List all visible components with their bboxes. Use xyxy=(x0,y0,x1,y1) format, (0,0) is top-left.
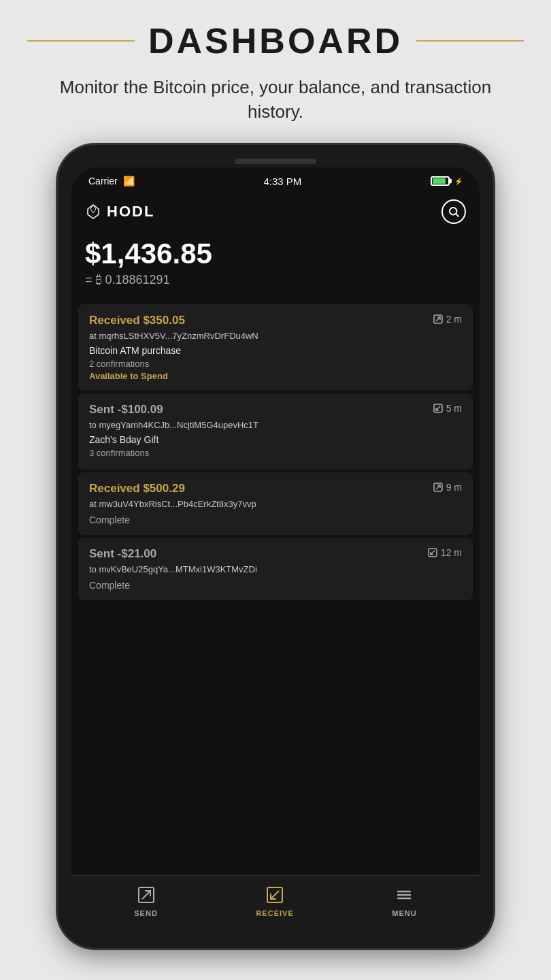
send-icon xyxy=(135,884,157,906)
app-header: HODL xyxy=(71,193,480,227)
tx-address: to mvKvBeU25gqYa...MTMxi1W3KTMvZDi xyxy=(89,564,462,574)
tx-time: 12 m xyxy=(428,547,462,558)
tx-time: 9 m xyxy=(433,482,462,493)
tx-status: Available to Spend xyxy=(89,371,462,381)
tx-label: Bitcoin ATM purchase xyxy=(89,345,462,356)
svg-line-7 xyxy=(436,406,440,410)
tx-row-top: Sent -$100.09 5 m xyxy=(89,403,462,416)
tx-time: 2 m xyxy=(433,314,462,325)
status-time: 4:33 PM xyxy=(263,176,301,187)
tx-time-value: 5 m xyxy=(446,403,462,414)
phone-device: Carrier 📶 4:33 PM ⚡ HODL xyxy=(58,145,493,948)
tx-address: to myegYamh4KCJb...NcjtiM5G4upevHc1T xyxy=(89,420,462,430)
battery-icon xyxy=(431,176,450,186)
nav-menu[interactable]: MENU xyxy=(392,884,416,917)
tx-amount: Received $500.29 xyxy=(89,482,185,495)
tx-direction-icon xyxy=(433,483,443,492)
svg-line-11 xyxy=(431,551,435,555)
svg-line-13 xyxy=(142,891,150,899)
tx-row-top: Received $350.05 2 m xyxy=(89,314,462,327)
page-header: DASHBOARD xyxy=(0,0,551,68)
tx-amount: Sent -$100.09 xyxy=(89,403,163,416)
charging-icon: ⚡ xyxy=(454,178,463,185)
balance-section: $1,436.85 = ₿ 0.18861291 xyxy=(71,227,480,304)
menu-nav-label: MENU xyxy=(392,909,416,917)
tx-direction-icon xyxy=(433,314,443,324)
list-item[interactable]: Received $350.05 2 m at mqrhsLStHXV5V...… xyxy=(78,304,473,391)
status-bar: Carrier 📶 4:33 PM ⚡ xyxy=(71,167,480,193)
send-nav-label: SEND xyxy=(134,909,158,917)
nav-send[interactable]: SEND xyxy=(134,884,158,917)
hodl-diamond-icon xyxy=(85,203,101,220)
receive-nav-label: RECEIVE xyxy=(256,909,293,917)
tx-confirmations: 2 confirmations xyxy=(89,359,462,369)
tx-time: 5 m xyxy=(433,403,462,414)
svg-line-15 xyxy=(271,891,279,899)
balance-btc: = ₿ 0.18861291 xyxy=(85,273,466,287)
svg-marker-0 xyxy=(88,205,99,218)
page-subtitle: Monitor the Bitcoin price, your balance,… xyxy=(0,68,551,145)
wifi-icon: 📶 xyxy=(123,176,135,186)
phone-screen: Carrier 📶 4:33 PM ⚡ HODL xyxy=(71,167,480,930)
nav-receive[interactable]: RECEIVE xyxy=(256,884,293,917)
page-title: DASHBOARD xyxy=(148,20,403,61)
svg-point-2 xyxy=(450,208,457,215)
transactions-list: Received $350.05 2 m at mqrhsLStHXV5V...… xyxy=(71,304,480,875)
tx-amount: Sent -$21.00 xyxy=(89,547,156,561)
menu-icon xyxy=(393,884,415,906)
header-line-right xyxy=(416,40,524,42)
balance-usd: $1,436.85 xyxy=(85,238,466,270)
tx-direction-icon xyxy=(433,404,443,413)
carrier-label: Carrier xyxy=(88,176,118,186)
status-right: ⚡ xyxy=(431,176,463,186)
tx-time-value: 2 m xyxy=(446,314,462,325)
app-name: HODL xyxy=(107,203,154,220)
svg-line-5 xyxy=(436,317,440,321)
tx-status: Complete xyxy=(89,514,462,525)
tx-direction-icon xyxy=(428,548,437,557)
tx-row-top: Received $500.29 9 m xyxy=(89,482,462,495)
header-line-left xyxy=(27,40,135,42)
list-item[interactable]: Sent -$21.00 12 m to mvKvBeU25gqYa...MTM… xyxy=(78,538,473,600)
list-item[interactable]: Sent -$100.09 5 m to myegYamh4KCJb...Ncj… xyxy=(78,393,473,470)
tx-time-value: 9 m xyxy=(446,482,462,493)
tx-confirmations: 3 confirmations xyxy=(89,448,462,458)
bottom-nav: SEND RECEIVE xyxy=(71,875,480,930)
tx-amount: Received $350.05 xyxy=(89,314,185,327)
battery-fill xyxy=(433,178,446,184)
svg-line-9 xyxy=(436,485,440,489)
tx-address: at mqrhsLStHXV5V...7yZnzmRvDrFDu4wN xyxy=(89,331,462,341)
tx-address: at mw3uV4YbxRisCt...Pb4cErkZt8x3y7vvp xyxy=(89,499,462,509)
tx-status: Complete xyxy=(89,580,462,591)
hodl-logo: HODL xyxy=(85,203,154,220)
tx-row-top: Sent -$21.00 12 m xyxy=(89,547,462,561)
list-item[interactable]: Received $500.29 9 m at mw3uV4YbxRisCt..… xyxy=(78,472,473,535)
status-left: Carrier 📶 xyxy=(88,176,135,186)
receive-icon xyxy=(264,884,286,906)
svg-line-3 xyxy=(456,214,458,216)
tx-time-value: 12 m xyxy=(441,547,462,558)
phone-notch xyxy=(235,159,316,164)
phone-notch-area xyxy=(71,159,480,164)
search-button[interactable] xyxy=(441,199,466,224)
tx-label: Zach's Bday Gift xyxy=(89,434,462,445)
